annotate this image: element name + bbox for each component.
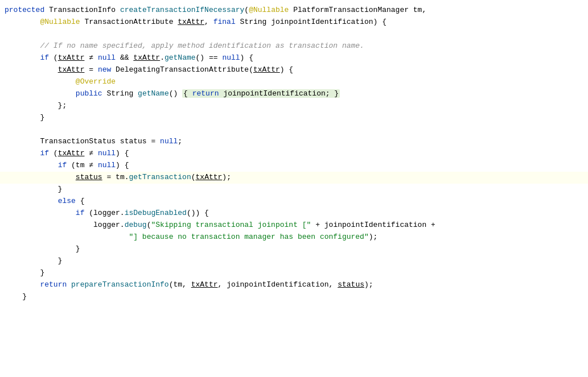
line-content: return prepareTransactionInfo(tm, txAttr… (0, 279, 588, 291)
code-editor: protected TransactionInfo createTransact… (0, 0, 588, 377)
line-content: txAttr = new DelegatingTransactionAttrib… (0, 64, 588, 76)
line-content: public String getName() { return joinpoi… (0, 88, 588, 100)
line-content: status = tm.getTransaction(txAttr); (0, 172, 588, 184)
line-content: }; (0, 100, 588, 112)
code-line: logger.debug("Skipping transactional joi… (0, 219, 588, 231)
line-content: if (logger.isDebugEnabled()) { (0, 208, 588, 219)
code-line: @Nullable TransactionAttribute txAttr, f… (0, 16, 588, 28)
code-line: // If no name specified, apply method id… (0, 40, 588, 52)
line-content: } (0, 267, 588, 279)
code-line: @Override (0, 76, 588, 88)
line-content: @Nullable TransactionAttribute txAttr, f… (0, 16, 588, 28)
code-line: if (logger.isDebugEnabled()) { (0, 208, 588, 219)
code-line (0, 124, 588, 136)
code-line-highlighted: status = tm.getTransaction(txAttr); (0, 172, 588, 184)
line-content: TransactionStatus status = null; (0, 136, 588, 148)
line-content: "] because no transaction manager has be… (0, 231, 588, 243)
code-line: }; (0, 100, 588, 112)
code-line: else { (0, 196, 588, 208)
line-content: // If no name specified, apply method id… (0, 40, 588, 52)
line-content: if (txAttr ≠ null && txAttr.getName() ==… (0, 52, 588, 64)
code-line: return prepareTransactionInfo(tm, txAttr… (0, 279, 588, 291)
line-content: } (0, 291, 588, 303)
line-content: if (txAttr ≠ null) { (0, 148, 588, 160)
code-line: } (0, 243, 588, 255)
line-content: } (0, 112, 588, 124)
line-content: } (0, 255, 588, 267)
code-line: } (0, 291, 588, 303)
code-line: if (txAttr ≠ null && txAttr.getName() ==… (0, 52, 588, 64)
code-line: } (0, 184, 588, 196)
code-line: TransactionStatus status = null; (0, 136, 588, 148)
line-content: } (0, 184, 588, 196)
code-line: if (tm ≠ null) { (0, 160, 588, 172)
code-line: txAttr = new DelegatingTransactionAttrib… (0, 64, 588, 76)
code-line: } (0, 112, 588, 124)
line-content: if (tm ≠ null) { (0, 160, 588, 172)
line-content: } (0, 243, 588, 255)
code-line: } (0, 267, 588, 279)
code-line: if (txAttr ≠ null) { (0, 148, 588, 160)
line-content: @Override (0, 76, 588, 88)
code-line: } (0, 255, 588, 267)
code-line (0, 28, 588, 40)
line-content: else { (0, 196, 588, 208)
code-line: protected TransactionInfo createTransact… (0, 5, 588, 16)
line-content (0, 28, 588, 40)
code-line: "] because no transaction manager has be… (0, 231, 588, 243)
line-content: logger.debug("Skipping transactional joi… (0, 219, 588, 231)
line-content: protected TransactionInfo createTransact… (0, 5, 588, 16)
line-content (0, 124, 588, 136)
code-line: public String getName() { return joinpoi… (0, 88, 588, 100)
